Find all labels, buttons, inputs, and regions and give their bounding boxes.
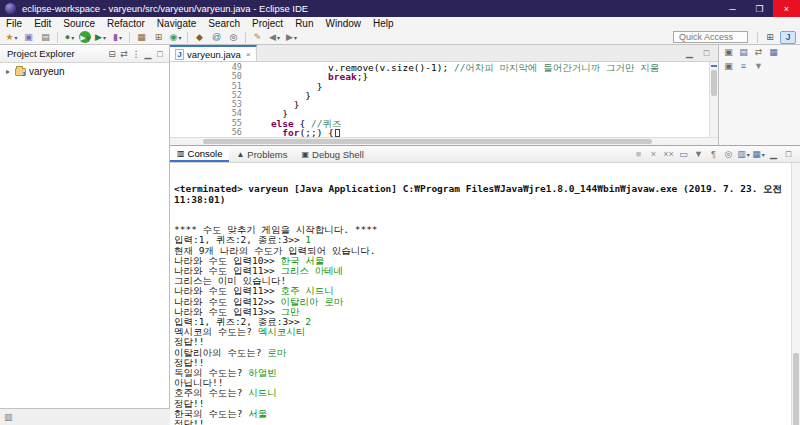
console-input-text: 서울 — [248, 408, 267, 419]
restore-task-list-icon[interactable]: ▣ — [722, 46, 735, 58]
run-icon[interactable]: ▶▾ — [79, 31, 91, 43]
code-text[interactable]: for(;;) { — [248, 128, 340, 137]
maximize-editor-icon[interactable]: □ — [699, 47, 714, 60]
back-icon[interactable]: ◀▾ — [267, 31, 282, 44]
console-scroll-thumb[interactable] — [793, 353, 799, 425]
console-line: 독일의 수도는? 하얼빈 — [174, 368, 788, 378]
main-toolbar: ★▾▣▤●▾▶▾▶▾▮▾▦⊞◉▾◆@◎✎◀▾▶▾ Quick Access ⊞J — [0, 30, 800, 45]
minimize-console-icon[interactable]: ▁ — [767, 148, 780, 161]
restore-outline-icon-glyph: ▣ — [724, 61, 733, 71]
jar-icon[interactable]: ◆ — [192, 31, 207, 44]
scroll-lock-icon[interactable]: ▼ — [692, 148, 705, 161]
close-tab-icon[interactable]: × — [246, 50, 251, 59]
close-window-button[interactable]: × — [773, 0, 800, 17]
dropdown-arrow-icon: ▾ — [119, 34, 122, 41]
remove-launch-icon[interactable]: × — [647, 148, 660, 161]
open-console-icon[interactable]: ▦▾ — [752, 148, 765, 161]
editor-presentation-icon[interactable]: ▥ — [4, 412, 13, 422]
minimize-editor-icon[interactable]: ▁ — [682, 47, 697, 60]
new-java-project-icon-glyph: ▦ — [137, 32, 146, 42]
tree-item-varyeun[interactable]: ▸ J varyeun — [0, 65, 169, 78]
connect-task-icon[interactable]: ⇄ — [752, 46, 765, 58]
menu-edit[interactable]: Edit — [28, 18, 57, 29]
tab-debug-shell[interactable]: ▣ Debug Shell — [294, 146, 370, 162]
restore-outline-icon[interactable]: ▣ — [722, 60, 735, 72]
maximize-console-icon[interactable]: □ — [782, 148, 795, 161]
toolbar-separator — [187, 32, 188, 43]
forward-icon-glyph: ▶ — [286, 32, 293, 42]
new-package-icon[interactable]: ⊞ — [151, 31, 166, 44]
console-vertical-scrollbar[interactable] — [791, 163, 800, 425]
new-class-icon[interactable]: ◉▾ — [168, 31, 183, 44]
sort-outline-icon[interactable]: ▼ — [752, 60, 765, 72]
open-perspective-icon-glyph: ⊞ — [766, 32, 774, 42]
external-tools-icon-glyph: ▶ — [95, 32, 102, 42]
tab-problems[interactable]: ▲ Problems — [229, 146, 294, 162]
javadoc-icon[interactable]: @ — [209, 31, 224, 44]
console-input-text: 그리스 아테네 — [281, 265, 344, 276]
editor-tabbar: J varyeun.java × ▁ □ — [170, 45, 718, 62]
word-wrap-icon[interactable]: ¶ — [707, 148, 720, 161]
dropdown-arrow-icon: ▾ — [15, 34, 18, 41]
open-perspective-icon[interactable]: ⊞ — [762, 31, 778, 44]
print-icon[interactable]: ▤ — [38, 31, 53, 44]
console-lines: **** 수도 맞추기 게임을 시작합니다. ****입력:1, 퀴즈:2, 종… — [174, 225, 788, 425]
dropdown-arrow-icon: ▾ — [178, 34, 181, 41]
task-category-icon-glyph: ▦ — [769, 47, 778, 57]
remove-all-launches-icon[interactable]: ×× — [662, 148, 675, 161]
menu-source[interactable]: Source — [57, 18, 101, 29]
pin-console-icon-glyph: ◎ — [725, 149, 733, 159]
editor-hscroll-thumb[interactable] — [203, 139, 652, 144]
menu-run[interactable]: Run — [289, 18, 319, 29]
tab-console[interactable]: ▥ Console — [170, 146, 229, 162]
outline-icon[interactable]: ≡ — [737, 60, 750, 72]
menubar: FileEditSourceRefactorNavigateSearchProj… — [0, 17, 800, 30]
task-category-icon[interactable]: ▦ — [767, 46, 780, 58]
clear-console-icon[interactable]: ▭ — [677, 148, 690, 161]
tab-problems-label: Problems — [247, 149, 287, 160]
new-java-project-icon[interactable]: ▦ — [134, 31, 149, 44]
menu-navigate[interactable]: Navigate — [151, 18, 202, 29]
code-segment — [248, 127, 282, 137]
menu-search[interactable]: Search — [202, 18, 246, 29]
text-cursor — [335, 129, 340, 137]
expander-icon[interactable]: ▸ — [6, 67, 15, 76]
debug-icon[interactable]: ●▾ — [62, 31, 77, 44]
editor-vertical-scrollbar[interactable] — [709, 62, 718, 137]
minimize-view-icon[interactable]: ▁ — [142, 47, 154, 60]
code-area[interactable]: 49 v.remove(v.size()-1); //어차피 마지막에 들어간거… — [226, 62, 709, 137]
code-line: 56 for(;;) { — [226, 128, 709, 137]
link-with-editor-icon[interactable]: ⇄ — [118, 47, 130, 60]
terminate-icon[interactable]: ■ — [632, 148, 645, 161]
new-class-icon-glyph: ◉ — [170, 32, 178, 42]
menu-file[interactable]: File — [0, 18, 28, 29]
view-menu-icon[interactable]: ⋮ — [130, 47, 142, 60]
last-edit-location-icon[interactable]: ✎ — [250, 31, 265, 44]
menu-refactor[interactable]: Refactor — [101, 18, 151, 29]
quick-access-input[interactable]: Quick Access — [673, 31, 748, 43]
search-icon[interactable]: ◎ — [226, 31, 241, 44]
editor-horizontal-scrollbar[interactable] — [170, 137, 718, 145]
console-output[interactable]: <terminated> varyeun [Java Application] … — [170, 163, 800, 425]
new-wizard-icon[interactable]: ★▾ — [4, 31, 19, 44]
dropdown-arrow-icon: ▾ — [762, 151, 765, 158]
editor-scroll-thumb[interactable] — [711, 70, 717, 96]
menu-project[interactable]: Project — [246, 18, 289, 29]
maximize-window-button[interactable]: ❐ — [746, 0, 773, 17]
menu-help[interactable]: Help — [367, 18, 400, 29]
pin-console-icon[interactable]: ◎ — [722, 148, 735, 161]
external-tools-icon[interactable]: ▶▾ — [93, 31, 108, 44]
editor-tab-varyeun[interactable]: J varyeun.java × — [170, 45, 257, 61]
coverage-icon[interactable]: ▮▾ — [110, 31, 125, 44]
maximize-view-icon-glyph: □ — [157, 49, 162, 59]
menu-window[interactable]: Window — [319, 18, 367, 29]
save-icon[interactable]: ▣ — [21, 31, 36, 44]
display-console-icon[interactable]: ▥▾ — [737, 148, 750, 161]
task-list-icon[interactable]: ▤ — [737, 46, 750, 58]
minimized-view-row-0: ▣▤⇄▦ — [721, 46, 798, 58]
forward-icon[interactable]: ▶▾ — [284, 31, 299, 44]
maximize-view-icon[interactable]: □ — [154, 47, 166, 60]
java-perspective-icon[interactable]: J — [780, 31, 796, 44]
minimize-window-button[interactable]: ─ — [719, 0, 746, 17]
collapse-all-icon[interactable]: ⊟ — [106, 47, 118, 60]
